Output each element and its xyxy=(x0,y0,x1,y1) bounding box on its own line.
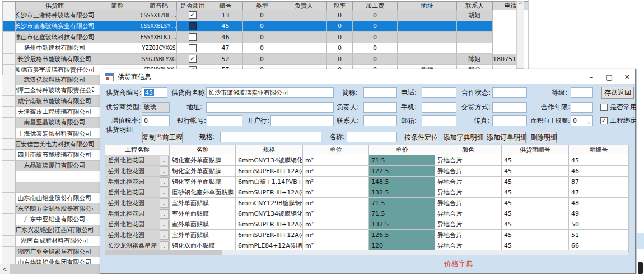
fax-field[interactable] xyxy=(492,115,527,126)
email-field[interactable] xyxy=(422,115,456,126)
column-header[interactable]: 编号 xyxy=(208,1,243,10)
add-order-detail-button[interactable]: 添加订单明细 xyxy=(488,132,526,143)
project-combo[interactable]: 岳州北控花园⌄ xyxy=(105,177,170,187)
save-return-button[interactable]: 存盘返回 xyxy=(601,87,634,99)
project-combo[interactable]: 岳州北控花园⌄ xyxy=(105,219,170,230)
supplier-name-field[interactable] xyxy=(206,87,334,98)
column-header[interactable]: 负责人 xyxy=(281,1,327,10)
list-item[interactable]: 咸宁南玻节能玻璃有限公司 xyxy=(2,96,102,106)
column-header[interactable]: 供货商编号 xyxy=(502,145,569,155)
list-item[interactable]: 南昌亚晶玻璃有限公司 xyxy=(2,118,102,128)
detail-row[interactable]: 岳州北控花园⌄室外单面贴膜6mmSUPER-III+12A(硅...m²132.… xyxy=(105,219,629,230)
delivery-mode-field[interactable] xyxy=(492,102,527,113)
column-header[interactable]: 单位 xyxy=(303,145,369,155)
detail-row[interactable]: 长沙龙湖祺鑫星座⌄钢化双面不贴膜6mmPLE84+12A(硅酮胶...m²120… xyxy=(105,240,629,251)
often-used-checkbox[interactable] xyxy=(600,104,608,111)
horizontal-scrollbar[interactable]: < xyxy=(0,264,100,274)
list-item[interactable]: 天津耀皮工程玻璃有限公司 xyxy=(2,107,102,118)
manager-field[interactable] xyxy=(363,102,397,113)
vertical-scrollbar[interactable]: ^ xyxy=(516,1,524,69)
chevron-down-icon[interactable]: ⌄ xyxy=(160,230,169,240)
coop-years-field[interactable] xyxy=(571,102,593,113)
project-bind-checkbox[interactable] xyxy=(600,117,608,124)
detail-row[interactable]: 岳州北控花园⌄室外单面贴膜6mmSUPER-III+12A(硅...m²126.… xyxy=(105,230,629,240)
column-header[interactable]: 税率 xyxy=(327,1,353,10)
chevron-down-icon[interactable]: ⌄ xyxy=(160,177,169,187)
list-item[interactable]: 广东中亚铝业有限公司 xyxy=(2,214,102,225)
column-header[interactable]: 颜色 xyxy=(435,145,502,155)
scrollbar-thumb[interactable] xyxy=(10,264,100,274)
bank-field[interactable] xyxy=(270,115,334,126)
table-row[interactable]: 扬州中勤建材有限公司YZZQJCYXGS47000 xyxy=(2,43,529,54)
chevron-down-icon[interactable]: ⌄ xyxy=(160,156,169,165)
list-item[interactable]: 武汉亿深科技有限公司 xyxy=(2,75,102,85)
chevron-down-icon[interactable]: ⌄ xyxy=(160,209,169,219)
list-item[interactable] xyxy=(2,182,102,193)
area-round-up-select[interactable]: 0⌄ xyxy=(571,115,593,126)
column-header[interactable]: 规格 xyxy=(236,145,303,155)
table-row[interactable]: 长沙晟格节能玻璃有限公司CSSGJNBLYXGS52000陈姐180751 xyxy=(2,54,529,65)
column-header[interactable]: 单价 xyxy=(369,145,435,155)
bank-account-field[interactable] xyxy=(207,115,242,126)
project-combo[interactable]: 岳州北控花园⌄ xyxy=(105,187,170,198)
maximize-button[interactable]: ▢ xyxy=(600,69,618,84)
vat-rate-field[interactable] xyxy=(142,115,170,126)
detail-row[interactable]: 岳州北控花园⌄钢化室外单面贴膜6mm白玻+1.14PVB+6mm...m²148… xyxy=(105,177,629,187)
locate-button[interactable]: 按条件定位 xyxy=(404,132,438,143)
name-filter-field[interactable] xyxy=(347,132,397,142)
column-header[interactable]: 简称 xyxy=(94,1,141,10)
column-header[interactable]: 是否常用 xyxy=(177,1,208,10)
list-item[interactable]: 湘潭三金特种玻璃有限责任公司 xyxy=(2,85,102,96)
phone-field[interactable] xyxy=(422,87,456,98)
scrollbar-thumb[interactable] xyxy=(105,250,222,255)
detail-row[interactable]: 岳州北控花园⌄钢化室外单面贴膜6mmSUPER-III+12A(硅...m²12… xyxy=(105,166,629,177)
detail-row[interactable]: 岳州北控花园⌄磨砂钢化室外单面贴膜6mmSUPER-III+12A(硅...m²… xyxy=(105,187,629,198)
project-combo[interactable]: 岳州北控花园⌄ xyxy=(105,166,170,177)
coop-status-field[interactable] xyxy=(492,87,527,98)
supplier-type-field[interactable]: 玻璃 xyxy=(142,102,170,113)
table-row[interactable]: 长沙市三湘特种玻璃有限公司CSSSXTZBL..13000胡姐 xyxy=(2,10,529,21)
common-use-checkbox[interactable] xyxy=(189,11,197,19)
column-header[interactable]: 联系人 xyxy=(457,1,493,10)
list-item[interactable]: 四川南玻节能玻璃有限公司 xyxy=(2,150,102,160)
address-field[interactable] xyxy=(206,102,334,113)
spec-filter-field[interactable] xyxy=(220,132,321,142)
dialog-titlebar[interactable]: 供货商信息 – ▢ ✕ xyxy=(100,69,635,84)
common-use-checkbox[interactable] xyxy=(189,33,197,41)
chevron-down-icon[interactable]: ⌄ xyxy=(160,241,169,250)
common-use-checkbox[interactable] xyxy=(189,44,197,52)
common-use-checkbox[interactable] xyxy=(189,22,197,30)
column-header[interactable]: 简音码 xyxy=(141,1,177,10)
column-header[interactable]: 工程名称 xyxy=(105,145,170,155)
project-combo[interactable]: 岳州北控花园⌄ xyxy=(105,230,170,240)
project-combo[interactable]: 岳州北控花园⌄ xyxy=(105,208,170,219)
project-combo[interactable]: 岳州北控花园⌄ xyxy=(105,198,170,208)
table-row[interactable]: 长沙市潇湘玻璃实业有限公司CSSXXBLSY..45000 xyxy=(2,21,529,32)
list-item[interactable]: 上海优泰装饰材料有限公司 xyxy=(2,128,102,139)
detail-row[interactable]: 岳州北控花园⌄钢化室外单面贴膜6mmCNY134镀膜钢化m²71.5异地合片45… xyxy=(105,155,629,166)
column-header[interactable]: 明细号 xyxy=(569,145,629,155)
delete-detail-button[interactable]: 删除明细 xyxy=(531,132,557,143)
supplier-no-field[interactable]: 45 xyxy=(142,87,167,98)
contact-field[interactable] xyxy=(363,115,397,126)
column-header[interactable] xyxy=(2,1,16,10)
column-header[interactable]: 加工费 xyxy=(353,1,398,10)
grade-field[interactable] xyxy=(571,87,593,98)
column-header[interactable]: 类型 xyxy=(243,1,281,10)
scroll-left-icon[interactable]: < xyxy=(0,264,10,274)
list-item[interactable] xyxy=(2,171,102,182)
column-header[interactable]: 地址 xyxy=(398,1,457,10)
scroll-up-icon[interactable]: ^ xyxy=(518,2,522,7)
list-item[interactable]: 东晶玻璃厦门有限公司 xyxy=(2,161,102,171)
list-item[interactable]: 广东坚朗五金制品股份有限公司 xyxy=(2,203,102,214)
project-combo[interactable]: 岳州北控花园⌄ xyxy=(105,155,170,166)
minimize-button[interactable]: – xyxy=(582,69,600,84)
project-combo[interactable]: 长沙龙湖祺鑫星座⌄ xyxy=(105,240,170,251)
list-item[interactable]: 山东南山铝业股份有限公司 xyxy=(2,193,102,203)
list-item[interactable]: 湖南百成新材料有限公司 xyxy=(2,236,102,247)
column-header[interactable]: 名称 xyxy=(170,145,236,155)
close-button[interactable]: ✕ xyxy=(618,69,636,84)
mobile-field[interactable] xyxy=(422,102,456,113)
list-item[interactable]: 西安佳吉美电力科技有限公司 xyxy=(2,139,102,150)
chevron-down-icon[interactable]: ⌄ xyxy=(160,166,169,176)
